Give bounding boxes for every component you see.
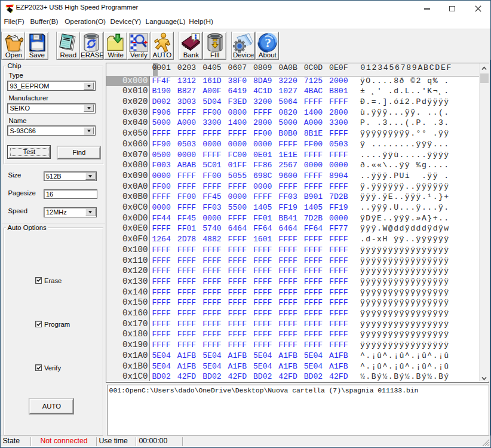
svg-text:?: ? xyxy=(265,36,271,50)
